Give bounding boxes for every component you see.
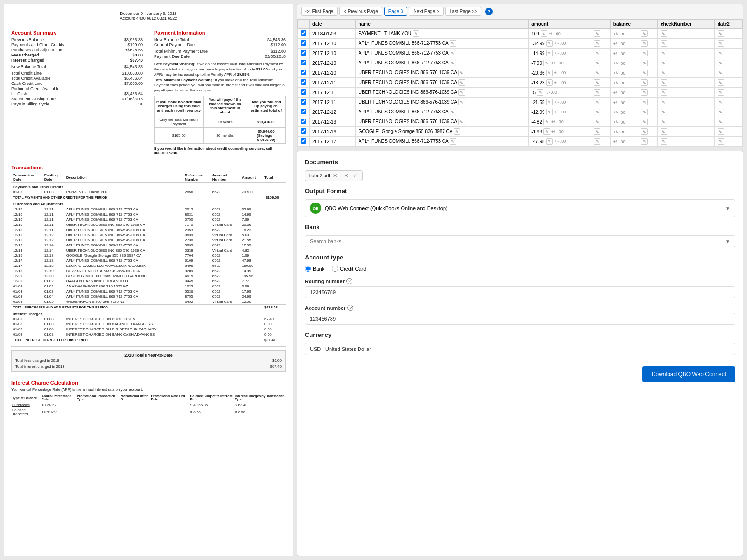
row-checkbox[interactable] <box>301 50 306 56</box>
row-amount-edit-cell[interactable]: ✎ <box>591 127 611 137</box>
row-checknumber[interactable]: ✎ <box>657 98 714 107</box>
row-amount2-edit-btn[interactable]: ✎ <box>594 50 600 56</box>
row-name-edit-btn[interactable]: ✎ <box>450 109 456 115</box>
row-date2[interactable]: ✎ <box>714 29 742 39</box>
row-checknumber[interactable]: ✎ <box>657 39 714 49</box>
row-amount2-edit-btn[interactable]: ✎ <box>594 70 600 76</box>
row-amount-edit-btn[interactable]: ✎ <box>546 109 553 115</box>
last-page-button[interactable]: Last Page >> <box>445 7 482 16</box>
row-checkbox[interactable] <box>301 40 306 46</box>
row-amount-edit-cell[interactable]: ✎ <box>591 137 611 147</box>
row-checknumber[interactable]: ✎ <box>657 49 714 58</box>
row-checknumber[interactable]: ✎ <box>657 88 714 98</box>
row-checknumber[interactable]: ✎ <box>657 68 714 78</box>
row-balance-edit-btn[interactable]: ✎ <box>641 128 648 135</box>
row-balance-edit-btn[interactable]: ✎ <box>641 89 648 96</box>
row-date2[interactable]: ✎ <box>714 78 742 88</box>
row-amount2-edit-btn[interactable]: ✎ <box>594 109 600 115</box>
row-amount-edit-cell[interactable]: ✎ <box>591 29 611 39</box>
row-balance-edit-cell[interactable]: ✎ <box>638 68 658 78</box>
row-checkbox-cell[interactable] <box>298 127 310 137</box>
row-balance-edit-btn[interactable]: ✎ <box>641 119 648 125</box>
row-checknumber[interactable]: ✎ <box>657 58 714 68</box>
row-checkbox-cell[interactable] <box>298 107 310 117</box>
row-checkbox-cell[interactable] <box>298 39 310 49</box>
row-amount-edit-cell[interactable]: ✎ <box>591 58 611 68</box>
account-help-icon[interactable]: ? <box>347 305 353 311</box>
row-check-edit-btn[interactable]: ✎ <box>661 89 667 96</box>
row-date2-edit-btn[interactable]: ✎ <box>718 109 724 115</box>
row-checknumber[interactable]: ✎ <box>657 137 714 147</box>
row-balance-edit-cell[interactable]: ✎ <box>638 29 658 39</box>
help-icon[interactable]: ? <box>485 8 493 15</box>
next-page-button[interactable]: Next Page > <box>409 7 443 16</box>
row-checkbox-cell[interactable] <box>298 137 310 147</box>
row-check-edit-btn[interactable]: ✎ <box>661 79 667 86</box>
row-date2-edit-btn[interactable]: ✎ <box>718 99 724 105</box>
row-amount-edit-btn[interactable]: ✎ <box>546 99 553 105</box>
row-name-edit-btn[interactable]: ✎ <box>450 60 456 66</box>
row-name-edit-btn[interactable]: ✎ <box>450 138 456 145</box>
row-name-edit-btn[interactable]: ✎ <box>458 79 465 86</box>
row-checkbox-cell[interactable] <box>298 29 310 39</box>
row-amount-edit-btn[interactable]: ✎ <box>541 30 547 37</box>
row-balance-edit-btn[interactable]: ✎ <box>641 60 648 66</box>
row-name-edit-btn[interactable]: ✎ <box>450 50 456 56</box>
row-amount2-edit-btn[interactable]: ✎ <box>594 60 600 66</box>
row-amount-edit-btn[interactable]: ✎ <box>537 89 543 96</box>
row-amount-edit-cell[interactable]: ✎ <box>591 68 611 78</box>
row-balance-edit-btn[interactable]: ✎ <box>641 109 648 115</box>
radio-bank-input[interactable] <box>305 266 311 272</box>
row-checkbox[interactable] <box>301 99 306 105</box>
row-balance-edit-btn[interactable]: ✎ <box>641 30 648 37</box>
row-date2-edit-btn[interactable]: ✎ <box>718 119 724 125</box>
row-date2-edit-btn[interactable]: ✎ <box>718 30 724 37</box>
currency-select[interactable]: USD - United States Dollar <box>305 343 735 355</box>
row-balance-edit-btn[interactable]: ✎ <box>641 50 648 56</box>
row-amount-edit-cell[interactable]: ✎ <box>591 49 611 58</box>
row-check-edit-btn[interactable]: ✎ <box>661 128 667 135</box>
row-date2[interactable]: ✎ <box>714 107 742 117</box>
row-checkbox[interactable] <box>301 138 306 144</box>
row-date2[interactable]: ✎ <box>714 68 742 78</box>
row-checkbox[interactable] <box>301 89 306 95</box>
row-balance-edit-btn[interactable]: ✎ <box>641 40 648 47</box>
row-amount-edit-btn[interactable]: ✎ <box>543 119 550 125</box>
row-check-edit-btn[interactable]: ✎ <box>661 60 667 66</box>
row-amount-edit-btn[interactable]: ✎ <box>546 50 553 56</box>
row-amount-edit-btn[interactable]: ✎ <box>546 138 553 145</box>
row-balance-edit-cell[interactable]: ✎ <box>638 137 658 147</box>
row-checkbox-cell[interactable] <box>298 117 310 127</box>
row-checknumber[interactable]: ✎ <box>657 127 714 137</box>
row-amount2-edit-btn[interactable]: ✎ <box>594 79 600 86</box>
row-balance-edit-cell[interactable]: ✎ <box>638 49 658 58</box>
row-name-edit-btn[interactable]: ✎ <box>454 128 460 135</box>
row-amount-edit-cell[interactable]: ✎ <box>591 107 611 117</box>
row-amount2-edit-btn[interactable]: ✎ <box>594 30 600 37</box>
row-balance-edit-cell[interactable]: ✎ <box>638 127 658 137</box>
row-name-edit-btn[interactable]: ✎ <box>458 99 465 105</box>
row-amount-edit-cell[interactable]: ✎ <box>591 98 611 107</box>
download-qbo-button[interactable]: Download QBO Web Connect <box>642 366 735 382</box>
first-page-button[interactable]: << First Page <box>301 7 338 16</box>
row-check-edit-btn[interactable]: ✎ <box>661 99 667 105</box>
row-date2[interactable]: ✎ <box>714 117 742 127</box>
row-checknumber[interactable]: ✎ <box>657 29 714 39</box>
row-balance-edit-btn[interactable]: ✎ <box>641 79 648 86</box>
row-date2[interactable]: ✎ <box>714 98 742 107</box>
row-amount-edit-btn[interactable]: ✎ <box>546 40 553 47</box>
row-checknumber[interactable]: ✎ <box>657 117 714 127</box>
row-checkbox[interactable] <box>301 79 306 85</box>
row-check-edit-btn[interactable]: ✎ <box>661 50 667 56</box>
row-amount-edit-cell[interactable]: ✎ <box>591 117 611 127</box>
row-checkbox[interactable] <box>301 70 306 75</box>
output-format-row[interactable]: QB QBO Web Connect (QuickBooks Online an… <box>305 199 735 217</box>
row-date2-edit-btn[interactable]: ✎ <box>718 79 724 86</box>
row-amount-edit-cell[interactable]: ✎ <box>591 78 611 88</box>
radio-bank[interactable]: Bank <box>305 266 324 272</box>
row-name-edit-btn[interactable]: ✎ <box>458 70 465 76</box>
row-checkbox[interactable] <box>301 60 306 65</box>
row-checknumber[interactable]: ✎ <box>657 107 714 117</box>
row-date2-edit-btn[interactable]: ✎ <box>718 138 724 145</box>
row-amount-edit-btn[interactable]: ✎ <box>543 60 550 66</box>
